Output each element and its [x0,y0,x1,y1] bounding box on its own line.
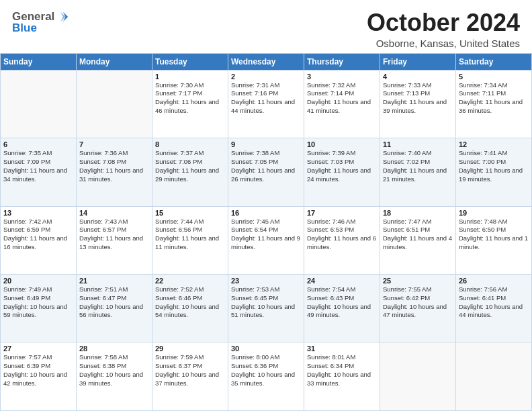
day-number: 17 [307,209,377,217]
calendar-cell: 30Sunrise: 8:00 AMSunset: 6:36 PMDayligh… [228,342,304,411]
day-info: Sunrise: 7:33 AMSunset: 7:13 PMDaylight:… [383,81,453,116]
calendar-cell: 9Sunrise: 7:38 AMSunset: 7:05 PMDaylight… [228,138,304,206]
calendar-cell: 27Sunrise: 7:57 AMSunset: 6:39 PMDayligh… [1,342,77,411]
calendar-cell: 12Sunrise: 7:41 AMSunset: 7:00 PMDayligh… [456,138,532,206]
weekday-header-sunday: Sunday [1,53,77,70]
calendar-cell: 17Sunrise: 7:46 AMSunset: 6:53 PMDayligh… [304,206,380,274]
day-info: Sunrise: 7:52 AMSunset: 6:46 PMDaylight:… [155,285,225,320]
calendar-cell: 26Sunrise: 7:56 AMSunset: 6:41 PMDayligh… [456,275,532,342]
day-number: 2 [231,73,301,81]
calendar-cell: 1Sunrise: 7:30 AMSunset: 7:17 PMDaylight… [152,70,228,138]
calendar-cell: 31Sunrise: 8:01 AMSunset: 6:34 PMDayligh… [304,342,380,411]
day-number: 8 [155,140,225,148]
calendar-cell: 22Sunrise: 7:52 AMSunset: 6:46 PMDayligh… [152,275,228,342]
day-info: Sunrise: 7:34 AMSunset: 7:11 PMDaylight:… [459,81,529,116]
day-info: Sunrise: 8:00 AMSunset: 6:36 PMDaylight:… [231,353,301,387]
calendar-cell: 7Sunrise: 7:36 AMSunset: 7:08 PMDaylight… [77,138,152,206]
day-info: Sunrise: 7:56 AMSunset: 6:41 PMDaylight:… [459,285,529,320]
weekday-header-saturday: Saturday [456,53,532,70]
calendar-cell: 23Sunrise: 7:53 AMSunset: 6:45 PMDayligh… [228,275,304,342]
day-number: 31 [307,345,377,353]
day-info: Sunrise: 7:54 AMSunset: 6:43 PMDaylight:… [307,285,377,320]
day-number: 28 [79,345,149,353]
week-row-3: 13Sunrise: 7:42 AMSunset: 6:59 PMDayligh… [1,206,532,274]
day-number: 6 [3,140,73,148]
day-number: 20 [3,277,73,285]
day-info: Sunrise: 7:38 AMSunset: 7:05 PMDaylight:… [231,149,301,183]
day-info: Sunrise: 7:49 AMSunset: 6:49 PMDaylight:… [3,285,73,320]
day-info: Sunrise: 8:01 AMSunset: 6:34 PMDaylight:… [307,353,377,387]
page: General Blue October 2024 Osborne, Kansa… [0,0,532,411]
day-info: Sunrise: 7:46 AMSunset: 6:53 PMDaylight:… [307,218,377,252]
location-title: Osborne, Kansas, United States [367,38,520,49]
calendar-cell: 21Sunrise: 7:51 AMSunset: 6:47 PMDayligh… [77,275,152,342]
day-info: Sunrise: 7:36 AMSunset: 7:08 PMDaylight:… [79,149,149,183]
day-info: Sunrise: 7:45 AMSunset: 6:54 PMDaylight:… [231,218,301,252]
calendar-cell: 20Sunrise: 7:49 AMSunset: 6:49 PMDayligh… [1,275,77,342]
calendar-cell: 25Sunrise: 7:55 AMSunset: 6:42 PMDayligh… [380,275,456,342]
day-number: 5 [459,73,529,81]
calendar-cell: 19Sunrise: 7:48 AMSunset: 6:50 PMDayligh… [456,206,532,274]
week-row-2: 6Sunrise: 7:35 AMSunset: 7:09 PMDaylight… [1,138,532,206]
day-info: Sunrise: 7:53 AMSunset: 6:45 PMDaylight:… [231,285,301,320]
header: General Blue October 2024 Osborne, Kansa… [0,0,532,53]
day-info: Sunrise: 7:51 AMSunset: 6:47 PMDaylight:… [79,285,149,320]
calendar-cell [380,342,456,411]
weekday-header-monday: Monday [77,53,152,70]
calendar-cell: 28Sunrise: 7:58 AMSunset: 6:38 PMDayligh… [77,342,152,411]
day-info: Sunrise: 7:30 AMSunset: 7:17 PMDaylight:… [155,81,225,116]
day-number: 7 [79,140,149,148]
day-number: 12 [459,140,529,148]
day-info: Sunrise: 7:59 AMSunset: 6:37 PMDaylight:… [155,353,225,387]
day-number: 24 [307,277,377,285]
month-title: October 2024 [367,9,520,36]
day-info: Sunrise: 7:57 AMSunset: 6:39 PMDaylight:… [3,353,73,387]
day-number: 4 [383,73,453,81]
day-number: 10 [307,140,377,148]
calendar-cell: 4Sunrise: 7:33 AMSunset: 7:13 PMDaylight… [380,70,456,138]
calendar-cell: 3Sunrise: 7:32 AMSunset: 7:14 PMDaylight… [304,70,380,138]
day-number: 21 [79,277,149,285]
calendar-cell: 11Sunrise: 7:40 AMSunset: 7:02 PMDayligh… [380,138,456,206]
day-number: 30 [231,345,301,353]
day-number: 9 [231,140,301,148]
day-number: 29 [155,345,225,353]
weekday-header-tuesday: Tuesday [152,53,228,70]
weekday-header-wednesday: Wednesday [228,53,304,70]
calendar-cell: 18Sunrise: 7:47 AMSunset: 6:51 PMDayligh… [380,206,456,274]
day-info: Sunrise: 7:58 AMSunset: 6:38 PMDaylight:… [79,353,149,387]
day-number: 14 [79,209,149,217]
calendar-cell: 5Sunrise: 7:34 AMSunset: 7:11 PMDaylight… [456,70,532,138]
day-number: 1 [155,73,225,81]
calendar-cell: 15Sunrise: 7:44 AMSunset: 6:56 PMDayligh… [152,206,228,274]
calendar-cell [456,342,532,411]
calendar-cell: 8Sunrise: 7:37 AMSunset: 7:06 PMDaylight… [152,138,228,206]
calendar-cell: 10Sunrise: 7:39 AMSunset: 7:03 PMDayligh… [304,138,380,206]
calendar-cell: 29Sunrise: 7:59 AMSunset: 6:37 PMDayligh… [152,342,228,411]
title-block: October 2024 Osborne, Kansas, United Sta… [367,9,520,49]
logo-icon [54,9,69,24]
calendar-cell: 14Sunrise: 7:43 AMSunset: 6:57 PMDayligh… [77,206,152,274]
day-info: Sunrise: 7:32 AMSunset: 7:14 PMDaylight:… [307,81,377,116]
day-number: 27 [3,345,73,353]
calendar-cell: 13Sunrise: 7:42 AMSunset: 6:59 PMDayligh… [1,206,77,274]
week-row-4: 20Sunrise: 7:49 AMSunset: 6:49 PMDayligh… [1,275,532,342]
day-info: Sunrise: 7:55 AMSunset: 6:42 PMDaylight:… [383,285,453,320]
calendar-cell: 6Sunrise: 7:35 AMSunset: 7:09 PMDaylight… [1,138,77,206]
day-info: Sunrise: 7:35 AMSunset: 7:09 PMDaylight:… [3,149,73,183]
day-info: Sunrise: 7:48 AMSunset: 6:50 PMDaylight:… [459,218,529,252]
day-number: 11 [383,140,453,148]
day-info: Sunrise: 7:40 AMSunset: 7:02 PMDaylight:… [383,149,453,183]
day-info: Sunrise: 7:31 AMSunset: 7:16 PMDaylight:… [231,81,301,116]
day-info: Sunrise: 7:37 AMSunset: 7:06 PMDaylight:… [155,149,225,183]
logo: General Blue [12,9,69,35]
weekday-header-thursday: Thursday [304,53,380,70]
day-number: 15 [155,209,225,217]
calendar-cell [1,70,77,138]
day-number: 19 [459,209,529,217]
day-number: 26 [459,277,529,285]
weekday-header-row: SundayMondayTuesdayWednesdayThursdayFrid… [1,53,532,70]
week-row-5: 27Sunrise: 7:57 AMSunset: 6:39 PMDayligh… [1,342,532,411]
day-number: 18 [383,209,453,217]
svg-marker-1 [60,12,65,22]
